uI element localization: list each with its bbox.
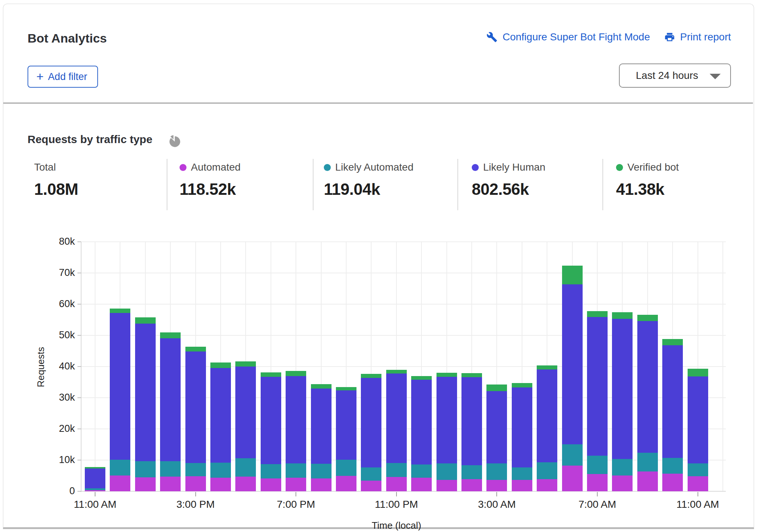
bar-segment-likely-automated-3:00-pm[interactable] bbox=[185, 463, 206, 477]
bar-segment-verified-bot-7:00-am[interactable] bbox=[587, 311, 608, 317]
bar-segment-automated-5:00-am[interactable] bbox=[537, 479, 557, 491]
bar-segment-automated-5:00-pm[interactable] bbox=[235, 477, 256, 491]
bar-segment-automated-12:00-pm[interactable] bbox=[110, 475, 130, 491]
bar-segment-likely-human-7:00-pm[interactable] bbox=[286, 376, 306, 463]
bar-segment-verified-bot-2:00-am[interactable] bbox=[461, 373, 482, 377]
bar-segment-verified-bot-8:00-pm[interactable] bbox=[311, 384, 332, 388]
bar-segment-verified-bot-9:00-pm[interactable] bbox=[336, 387, 356, 390]
bar-segment-likely-human-7:00-am[interactable] bbox=[587, 317, 608, 456]
bar-segment-verified-bot-5:00-am[interactable] bbox=[537, 365, 557, 369]
bar-segment-automated-7:00-pm[interactable] bbox=[286, 478, 306, 491]
bar-segment-likely-automated-6:00-pm[interactable] bbox=[261, 464, 281, 478]
bar-segment-likely-automated-1:00-pm[interactable] bbox=[135, 461, 156, 477]
bar-segment-likely-automated-7:00-am[interactable] bbox=[587, 456, 608, 474]
bar-segment-automated-11:00-pm[interactable] bbox=[386, 477, 407, 491]
bar-segment-likely-automated-8:00-am[interactable] bbox=[612, 459, 633, 475]
bar-segment-verified-bot-6:00-am[interactable] bbox=[562, 266, 583, 284]
bar-segment-likely-human-12:00-am[interactable] bbox=[411, 380, 432, 464]
bar-segment-likely-automated-2:00-pm[interactable] bbox=[160, 461, 181, 477]
bar-segment-likely-human-6:00-pm[interactable] bbox=[261, 377, 281, 464]
bar-segment-automated-9:00-am[interactable] bbox=[637, 471, 658, 491]
bar-segment-likely-automated-5:00-am[interactable] bbox=[537, 462, 557, 479]
bar-segment-likely-human-3:00-am[interactable] bbox=[486, 391, 507, 463]
bar-segment-likely-automated-10:00-am[interactable] bbox=[662, 458, 683, 474]
bar-segment-verified-bot-9:00-am[interactable] bbox=[637, 315, 658, 321]
bar-segment-likely-automated-4:00-am[interactable] bbox=[512, 467, 532, 480]
bar-segment-automated-3:00-pm[interactable] bbox=[185, 476, 206, 491]
bar-segment-likely-automated-4:00-pm[interactable] bbox=[210, 463, 231, 478]
add-filter-button[interactable]: + Add filter bbox=[28, 66, 98, 88]
bar-segment-likely-automated-11:00-am[interactable] bbox=[688, 463, 708, 477]
print-report-link[interactable]: Print report bbox=[664, 31, 731, 43]
bar-segment-likely-automated-2:00-am[interactable] bbox=[461, 465, 482, 479]
bar-segment-likely-automated-12:00-pm[interactable] bbox=[110, 460, 130, 475]
bar-segment-automated-6:00-pm[interactable] bbox=[261, 478, 281, 491]
bar-segment-likely-human-11:00-pm[interactable] bbox=[386, 374, 407, 463]
bar-segment-verified-bot-8:00-am[interactable] bbox=[612, 312, 633, 319]
bar-segment-automated-4:00-am[interactable] bbox=[512, 480, 532, 491]
bar-segment-automated-7:00-am[interactable] bbox=[587, 474, 608, 491]
bar-segment-verified-bot-11:00-am[interactable] bbox=[85, 467, 105, 469]
bar-segment-automated-11:00-am[interactable] bbox=[85, 490, 105, 491]
bar-segment-verified-bot-7:00-pm[interactable] bbox=[286, 371, 306, 376]
bar-segment-likely-automated-10:00-pm[interactable] bbox=[361, 467, 381, 481]
bar-segment-verified-bot-3:00-am[interactable] bbox=[486, 385, 507, 391]
bar-segment-likely-human-2:00-pm[interactable] bbox=[160, 338, 181, 462]
bar-segment-verified-bot-2:00-pm[interactable] bbox=[160, 332, 181, 338]
bar-segment-automated-8:00-pm[interactable] bbox=[311, 478, 332, 491]
configure-super-bot-fight-mode-link[interactable]: Configure Super Bot Fight Mode bbox=[486, 31, 650, 43]
bar-segment-likely-human-10:00-pm[interactable] bbox=[361, 378, 381, 467]
bar-segment-verified-bot-11:00-am[interactable] bbox=[688, 369, 708, 376]
bar-segment-automated-4:00-pm[interactable] bbox=[210, 478, 231, 491]
bar-segment-automated-2:00-am[interactable] bbox=[461, 479, 482, 491]
bar-segment-verified-bot-4:00-am[interactable] bbox=[512, 383, 532, 387]
bar-segment-likely-automated-9:00-pm[interactable] bbox=[336, 460, 356, 475]
bar-segment-likely-human-4:00-pm[interactable] bbox=[210, 368, 231, 463]
bar-segment-likely-human-6:00-am[interactable] bbox=[562, 284, 583, 444]
bar-segment-likely-human-4:00-am[interactable] bbox=[512, 387, 532, 467]
bar-segment-verified-bot-12:00-pm[interactable] bbox=[110, 309, 130, 313]
bar-segment-likely-human-8:00-pm[interactable] bbox=[311, 389, 332, 464]
bar-segment-automated-10:00-am[interactable] bbox=[662, 474, 683, 491]
bar-segment-automated-6:00-am[interactable] bbox=[562, 466, 583, 491]
bar-segment-verified-bot-1:00-am[interactable] bbox=[437, 373, 457, 377]
bar-segment-likely-human-11:00-am[interactable] bbox=[85, 469, 105, 488]
bar-segment-likely-human-9:00-pm[interactable] bbox=[336, 390, 356, 460]
bar-segment-likely-automated-9:00-am[interactable] bbox=[637, 453, 658, 471]
bar-segment-verified-bot-5:00-pm[interactable] bbox=[235, 361, 256, 367]
bar-segment-likely-human-11:00-am[interactable] bbox=[688, 376, 708, 463]
bar-segment-likely-automated-8:00-pm[interactable] bbox=[311, 464, 332, 478]
time-range-select[interactable]: Last 24 hours bbox=[619, 63, 731, 88]
bar-segment-likely-human-1:00-pm[interactable] bbox=[135, 324, 156, 462]
bar-segment-likely-human-1:00-am[interactable] bbox=[437, 377, 457, 463]
bar-segment-likely-automated-1:00-am[interactable] bbox=[437, 463, 457, 480]
bar-segment-verified-bot-3:00-pm[interactable] bbox=[185, 347, 206, 351]
bar-segment-likely-human-12:00-pm[interactable] bbox=[110, 313, 130, 460]
bar-segment-likely-human-5:00-am[interactable] bbox=[537, 369, 557, 462]
bar-segment-automated-8:00-am[interactable] bbox=[612, 475, 633, 491]
bar-segment-likely-human-3:00-pm[interactable] bbox=[185, 351, 206, 463]
bar-segment-likely-automated-5:00-pm[interactable] bbox=[235, 458, 256, 477]
bar-segment-likely-human-8:00-am[interactable] bbox=[612, 319, 633, 459]
bar-segment-automated-2:00-pm[interactable] bbox=[160, 477, 181, 491]
bar-segment-likely-automated-3:00-am[interactable] bbox=[486, 463, 507, 480]
bar-segment-verified-bot-10:00-pm[interactable] bbox=[361, 374, 381, 378]
bar-segment-automated-3:00-am[interactable] bbox=[486, 480, 507, 491]
bar-segment-automated-10:00-pm[interactable] bbox=[361, 481, 381, 491]
bar-segment-automated-1:00-pm[interactable] bbox=[135, 477, 156, 491]
bar-segment-verified-bot-11:00-pm[interactable] bbox=[386, 370, 407, 374]
bar-segment-likely-human-2:00-am[interactable] bbox=[461, 377, 482, 465]
bar-segment-verified-bot-10:00-am[interactable] bbox=[662, 339, 683, 345]
bar-segment-automated-1:00-am[interactable] bbox=[437, 480, 457, 491]
bar-segment-automated-9:00-pm[interactable] bbox=[336, 476, 356, 492]
bar-segment-likely-automated-11:00-am[interactable] bbox=[85, 488, 105, 490]
bar-segment-likely-automated-11:00-pm[interactable] bbox=[386, 463, 407, 477]
bar-segment-verified-bot-6:00-pm[interactable] bbox=[261, 372, 281, 377]
bar-segment-likely-automated-12:00-am[interactable] bbox=[411, 464, 432, 478]
bar-segment-likely-automated-6:00-am[interactable] bbox=[562, 444, 583, 466]
bar-segment-likely-automated-7:00-pm[interactable] bbox=[286, 463, 306, 478]
bar-segment-verified-bot-4:00-pm[interactable] bbox=[210, 362, 231, 368]
bar-segment-likely-human-9:00-am[interactable] bbox=[637, 321, 658, 453]
bar-segment-verified-bot-12:00-am[interactable] bbox=[411, 376, 432, 380]
bar-segment-automated-12:00-am[interactable] bbox=[411, 478, 432, 491]
